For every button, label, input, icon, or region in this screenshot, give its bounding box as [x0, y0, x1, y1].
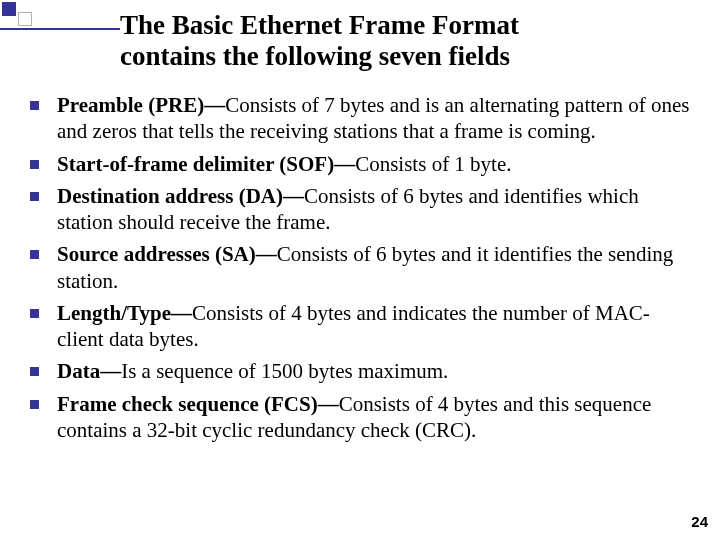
bullet-text: Frame check sequence (FCS)—Consists of 4…	[57, 391, 690, 444]
list-item: Length/Type—Consists of 4 bytes and indi…	[30, 300, 690, 353]
list-item: Frame check sequence (FCS)—Consists of 4…	[30, 391, 690, 444]
bullet-text: Preamble (PRE)—Consists of 7 bytes and i…	[57, 92, 690, 145]
bullet-icon	[30, 160, 39, 169]
bullet-text: Data—Is a sequence of 1500 bytes maximum…	[57, 358, 690, 384]
bullet-text: Start-of-frame delimiter (SOF)—Consists …	[57, 151, 690, 177]
bullet-icon	[30, 400, 39, 409]
list-item: Source addresses (SA)—Consists of 6 byte…	[30, 241, 690, 294]
bullet-icon	[30, 367, 39, 376]
title-line-2: contains the following seven fields	[120, 41, 680, 72]
list-item: Data—Is a sequence of 1500 bytes maximum…	[30, 358, 690, 384]
corner-square-filled	[2, 2, 16, 16]
bullet-text: Length/Type—Consists of 4 bytes and indi…	[57, 300, 690, 353]
list-item: Start-of-frame delimiter (SOF)—Consists …	[30, 151, 690, 177]
bullet-list: Preamble (PRE)—Consists of 7 bytes and i…	[30, 92, 690, 449]
list-item: Destination address (DA)—Consists of 6 b…	[30, 183, 690, 236]
corner-decoration	[0, 0, 48, 48]
list-item: Preamble (PRE)—Consists of 7 bytes and i…	[30, 92, 690, 145]
bullet-text: Source addresses (SA)—Consists of 6 byte…	[57, 241, 690, 294]
corner-underline	[0, 28, 120, 30]
page-number: 24	[691, 513, 708, 530]
corner-square-outline	[18, 12, 32, 26]
bullet-icon	[30, 192, 39, 201]
bullet-icon	[30, 101, 39, 110]
bullet-icon	[30, 250, 39, 259]
title-line-1: The Basic Ethernet Frame Format	[120, 10, 680, 41]
bullet-text: Destination address (DA)—Consists of 6 b…	[57, 183, 690, 236]
bullet-icon	[30, 309, 39, 318]
slide-title: The Basic Ethernet Frame Format contains…	[120, 10, 680, 72]
